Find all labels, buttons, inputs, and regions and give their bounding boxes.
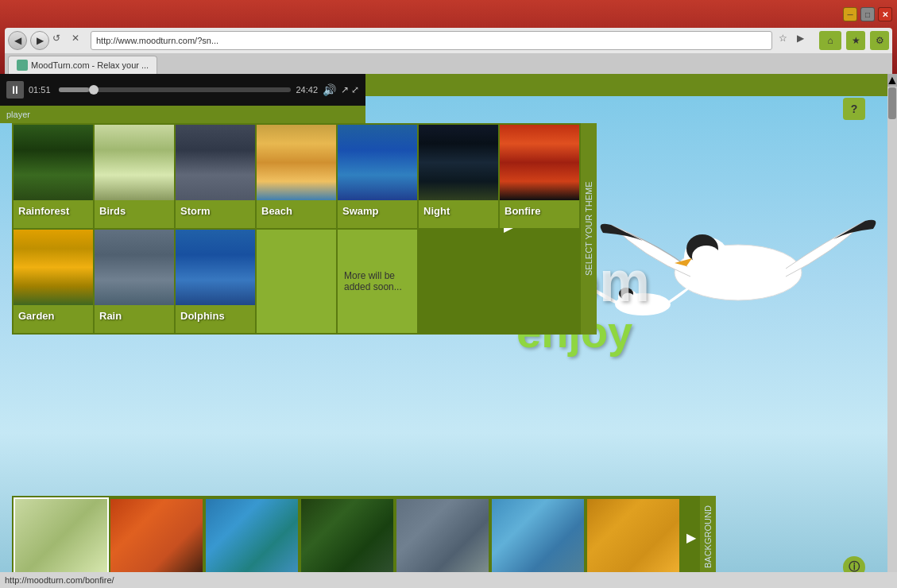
bg-img-1 (15, 499, 107, 575)
tab-favicon (17, 60, 28, 71)
theme-item-bonfire[interactable]: Bonfire (500, 125, 579, 228)
theme-grid: Rainforest Birds Storm Beach Swamp Night (12, 123, 581, 335)
forward-button[interactable]: ▶ (30, 31, 49, 50)
select-theme-tab[interactable]: SELECT YOUR THEME (581, 123, 597, 335)
bg-thumb-4[interactable] (300, 497, 395, 577)
bg-img-7 (587, 499, 679, 575)
theme-item-rain[interactable]: Rain (95, 230, 174, 333)
minimize-button[interactable]: ─ (843, 7, 857, 21)
bg-img-2 (110, 499, 203, 575)
svg-point-5 (692, 246, 721, 268)
theme-item-garden[interactable]: Garden (14, 230, 93, 333)
theme-selector: Rainforest Birds Storm Beach Swamp Night (12, 123, 597, 335)
fullscreen-button[interactable]: ⤢ (351, 84, 359, 95)
settings-button[interactable]: ⚙ (870, 31, 889, 50)
address-bar[interactable]: http://www.moodturn.com/?sn... (91, 31, 772, 50)
volume-button[interactable]: 🔊 (323, 83, 336, 96)
share-button[interactable]: ↗ (341, 84, 349, 95)
window-controls: ─ □ ✕ (843, 7, 892, 21)
bg-label: BACKGROUND (703, 506, 713, 569)
theme-thumb-bonfire (500, 125, 579, 200)
bg-thumb-5[interactable] (395, 497, 490, 577)
bg-img-4 (301, 499, 393, 575)
bg-img-6 (492, 499, 584, 575)
help-button[interactable]: ? (843, 98, 865, 120)
theme-item-birds[interactable]: Birds (95, 125, 174, 228)
more-label: More will be added soon... (344, 270, 411, 292)
stop-button[interactable]: ✕ (72, 33, 87, 48)
url-text: http://www.moodturn.com/?sn... (96, 36, 767, 45)
progress-fill (59, 87, 89, 92)
select-theme-label: SELECT YOUR THEME (584, 182, 593, 277)
active-tab[interactable]: MoodTurn.com - Relax your ... (8, 56, 157, 74)
theme-item-dolphins[interactable]: Dolphins (176, 230, 255, 333)
theme-label-rainforest: Rainforest (14, 200, 93, 217)
bg-label-tab[interactable]: BACKGROUND (700, 496, 716, 578)
favorites-button[interactable]: ★ (846, 31, 865, 50)
player-bar: ⏸ 01:51 24:42 🔊 ↗ ⤢ (0, 74, 365, 106)
progress-thumb (89, 85, 99, 95)
browser-chrome: ─ □ ✕ ◀ ▶ ↺ ✕ http://www.moodturn.com/?s… (0, 0, 897, 74)
theme-item-swamp[interactable]: Swamp (338, 125, 417, 228)
bg-thumb-1[interactable] (14, 497, 109, 577)
back-button[interactable]: ◀ (8, 31, 27, 50)
theme-thumb-beach (257, 125, 336, 200)
theme-label-storm: Storm (176, 200, 255, 217)
scrollbar-thumb[interactable] (888, 87, 896, 119)
go-button[interactable]: ▶ (797, 33, 813, 48)
background-selector: ▶ BACKGROUND (12, 496, 716, 578)
progress-track[interactable] (59, 87, 291, 92)
theme-thumb-rain (95, 230, 174, 305)
help-label: ? (851, 103, 858, 115)
status-url: http://moodturn.com/bonfire/ (5, 575, 114, 585)
theme-item-beach[interactable]: Beach (257, 125, 336, 228)
extra-controls: ↗ ⤢ (341, 84, 359, 95)
reload-button[interactable]: ↺ (52, 33, 68, 48)
bg-thumb-2[interactable] (109, 497, 204, 577)
theme-thumb-night (419, 125, 498, 200)
theme-thumb-storm (176, 125, 255, 200)
total-time: 24:42 (296, 85, 318, 95)
theme-thumb-rainforest (14, 125, 93, 200)
scroll-up-button[interactable]: ▲ (887, 74, 897, 87)
bg-img-5 (396, 499, 489, 575)
theme-label-dolphins: Dolphins (176, 305, 255, 322)
theme-label-bonfire: Bonfire (500, 200, 579, 217)
bg-thumbnails (12, 496, 682, 578)
current-time: 01:51 (29, 85, 54, 95)
title-bar: ─ □ ✕ (5, 3, 892, 25)
theme-thumb-dolphins (176, 230, 255, 305)
status-bar: http://moodturn.com/bonfire/ (0, 572, 897, 588)
home-button[interactable]: ⌂ (819, 31, 841, 50)
bg-next-arrow[interactable]: ▶ (682, 496, 700, 578)
theme-item-empty (257, 230, 336, 333)
restore-button[interactable]: □ (860, 7, 875, 21)
bookmark-star[interactable]: ☆ (779, 33, 795, 48)
theme-label-night: Night (419, 200, 498, 217)
theme-thumb-swamp (338, 125, 417, 200)
main-content: ▼ support ⏸ 01:51 24:42 🔊 ↗ ⤢ player (0, 74, 897, 586)
player-label: player (6, 110, 30, 119)
theme-item-rainforest[interactable]: Rainforest (14, 125, 93, 228)
player-label-bar: player (0, 106, 365, 123)
close-button[interactable]: ✕ (878, 7, 892, 21)
scrollbar[interactable]: ▲ ▼ (887, 74, 897, 586)
tab-bar: MoodTurn.com - Relax your ... (5, 53, 892, 74)
pause-button[interactable]: ⏸ (6, 81, 24, 99)
theme-label-beach: Beach (257, 200, 336, 217)
tab-title: MoodTurn.com - Relax your ... (31, 60, 149, 70)
theme-item-night[interactable]: Night (419, 125, 498, 228)
theme-label-birds: Birds (95, 200, 174, 217)
bg-img-3 (206, 499, 298, 575)
bg-thumb-7[interactable] (586, 497, 681, 577)
theme-item-more: More will be added soon... (338, 230, 417, 333)
theme-label-swamp: Swamp (338, 200, 417, 217)
theme-thumb-garden (14, 230, 93, 305)
theme-label-rain: Rain (95, 305, 174, 322)
theme-item-storm[interactable]: Storm (176, 125, 255, 228)
player-container: ⏸ 01:51 24:42 🔊 ↗ ⤢ player (0, 74, 365, 123)
bg-thumb-6[interactable] (490, 497, 586, 577)
bg-thumb-3[interactable] (204, 497, 300, 577)
nav-bar: ◀ ▶ ↺ ✕ http://www.moodturn.com/?sn... ☆… (5, 28, 892, 53)
theme-thumb-birds (95, 125, 174, 200)
